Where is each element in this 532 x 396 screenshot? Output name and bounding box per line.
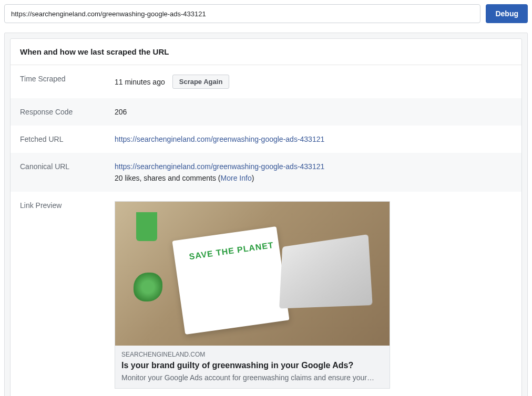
row-response-code: Response Code 206 [11,98,521,126]
preview-image-text: SAVE THE PLANET [189,241,274,262]
label-time-scraped: Time Scraped [20,75,115,83]
value-response-code: 206 [115,108,512,116]
scrape-card: When and how we last scraped the URL Tim… [10,38,522,396]
label-fetched-url: Fetched URL [20,135,115,143]
top-bar: Debug [4,4,528,23]
scrape-again-button[interactable]: Scrape Again [172,75,230,89]
debug-button[interactable]: Debug [486,4,528,23]
preview-domain: SEARCHENGINELAND.COM [121,351,383,358]
value-time-scraped: 11 minutes ago [115,78,165,86]
preview-title: Is your brand guilty of greenwashing in … [121,360,383,371]
row-fetched-url: Fetched URL https://searchengineland.com… [11,126,521,153]
more-info-link[interactable]: More Info [221,174,252,182]
preview-image: SAVE THE PLANET [115,202,390,346]
preview-body: SEARCHENGINELAND.COM Is your brand guilt… [115,346,390,388]
results-panel: When and how we last scraped the URL Tim… [4,33,528,396]
label-response-code: Response Code [20,108,115,116]
url-input[interactable] [4,4,480,23]
row-link-preview: Link Preview SAVE THE PLANET SEARCHENGIN… [11,192,521,396]
card-header: When and how we last scraped the URL [11,39,521,65]
row-time-scraped: Time Scraped 11 minutes ago Scrape Again [11,65,521,98]
decor-plant [134,273,162,301]
canonical-url-link[interactable]: https://searchengineland.com/greenwashin… [115,162,324,171]
canonical-meta-text: 20 likes, shares and comments ( [115,174,221,182]
preview-description: Monitor your Google Ads account for gree… [121,373,383,382]
canonical-meta: 20 likes, shares and comments (More Info… [115,174,512,182]
fetched-url-link[interactable]: https://searchengineland.com/greenwashin… [115,135,324,143]
decor-cup [136,212,157,241]
canonical-meta-suffix: ) [252,174,254,182]
label-link-preview: Link Preview [20,201,115,210]
link-preview-card[interactable]: SAVE THE PLANET SEARCHENGINELAND.COM Is … [115,201,390,389]
label-canonical-url: Canonical URL [20,162,115,171]
row-canonical-url: Canonical URL https://searchengineland.c… [11,153,521,192]
